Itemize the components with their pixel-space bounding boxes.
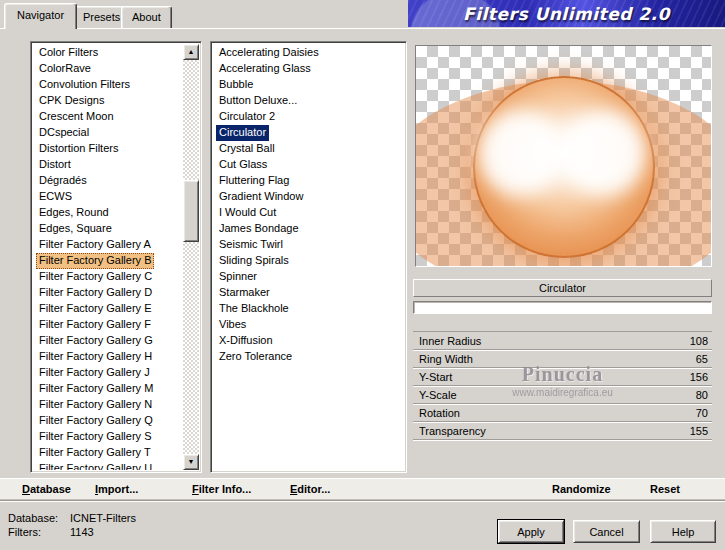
filter-item[interactable]: I Would Cut: [213, 204, 404, 220]
randomize-button[interactable]: Randomize: [552, 479, 611, 500]
import-button[interactable]: Import...: [95, 479, 138, 500]
filters-count-label: Filters:: [8, 526, 41, 538]
category-item[interactable]: CPK Designs: [33, 92, 183, 108]
parameter-slider[interactable]: Y-Scale 80: [413, 386, 712, 404]
reset-button[interactable]: Reset: [650, 479, 680, 500]
editor-button[interactable]: Editor...: [290, 479, 330, 500]
scrollbar-thumb[interactable]: [183, 180, 199, 242]
parameter-value: 155: [690, 425, 708, 437]
filter-item[interactable]: The Blackhole: [213, 300, 404, 316]
parameter-slider[interactable]: Ring Width 65: [413, 350, 712, 368]
scroll-down-icon[interactable]: ▼: [183, 454, 199, 470]
filter-item[interactable]: James Bondage: [213, 220, 404, 236]
parameter-slider[interactable]: Rotation 70: [413, 404, 712, 422]
category-item[interactable]: Filter Factory Gallery D: [33, 284, 183, 300]
category-item[interactable]: Filter Factory Gallery Q: [33, 412, 183, 428]
category-item[interactable]: Edges, Square: [33, 220, 183, 236]
category-item[interactable]: ColorRave: [33, 60, 183, 76]
scrollbar-track[interactable]: [183, 60, 199, 454]
filters-unlimited-window: Navigator Presets About Filters Unlimite…: [0, 0, 725, 550]
category-item[interactable]: Crescent Moon: [33, 108, 183, 124]
filter-item[interactable]: Seismic Twirl: [213, 236, 404, 252]
help-button[interactable]: Help: [650, 520, 716, 543]
tab-strip: Navigator Presets About Filters Unlimite…: [0, 0, 725, 28]
category-item[interactable]: Filter Factory Gallery A: [33, 236, 183, 252]
filter-item[interactable]: Accelerating Glass: [213, 60, 404, 76]
category-item[interactable]: Filter Factory Gallery G: [33, 332, 183, 348]
category-item[interactable]: DCspecial: [33, 124, 183, 140]
filter-item[interactable]: Circulator: [213, 124, 404, 140]
category-item[interactable]: Convolution Filters: [33, 76, 183, 92]
category-item-label: Dégradés: [36, 173, 90, 189]
filter-item[interactable]: Crystal Ball: [213, 140, 404, 156]
category-item[interactable]: Color Filters: [33, 44, 183, 60]
filter-item-label: Vibes: [216, 317, 249, 333]
category-item[interactable]: Filter Factory Gallery N: [33, 396, 183, 412]
category-item[interactable]: Filter Factory Gallery T: [33, 444, 183, 460]
category-item[interactable]: Filter Factory Gallery F: [33, 316, 183, 332]
category-item[interactable]: Dégradés: [33, 172, 183, 188]
filter-item-label: Bubble: [216, 77, 256, 93]
category-item[interactable]: Distort: [33, 156, 183, 172]
category-item[interactable]: Filter Factory Gallery M: [33, 380, 183, 396]
filter-item[interactable]: Starmaker: [213, 284, 404, 300]
apply-button[interactable]: Apply: [498, 520, 564, 543]
category-item[interactable]: Filter Factory Gallery C: [33, 268, 183, 284]
filter-item[interactable]: Accelerating Daisies: [213, 44, 404, 60]
category-item[interactable]: Filter Factory Gallery B: [33, 252, 183, 268]
category-item[interactable]: Distortion Filters: [33, 140, 183, 156]
filter-item[interactable]: Fluttering Flag: [213, 172, 404, 188]
category-item-label: Filter Factory Gallery G: [36, 333, 156, 349]
parameter-slider[interactable]: Inner Radius 108: [413, 332, 712, 350]
category-list: Color Filters ColorRave Convolution Filt…: [33, 44, 183, 470]
filter-item[interactable]: Gradient Window: [213, 188, 404, 204]
filter-item-label: X-Diffusion: [216, 333, 276, 349]
category-item-label: Filter Factory Gallery M: [36, 381, 156, 397]
category-item-label: Filter Factory Gallery J: [36, 365, 153, 381]
parameter-label: Y-Start: [419, 371, 452, 383]
category-item[interactable]: Edges, Round: [33, 204, 183, 220]
filter-item[interactable]: X-Diffusion: [213, 332, 404, 348]
parameter-value: 70: [696, 407, 708, 419]
category-item-label: Filter Factory Gallery S: [36, 429, 154, 445]
category-item-label: Filter Factory Gallery E: [36, 301, 154, 317]
scroll-up-icon[interactable]: ▲: [183, 44, 199, 60]
filter-item[interactable]: Vibes: [213, 316, 404, 332]
tab-navigator[interactable]: Navigator: [4, 3, 77, 29]
tab-about[interactable]: About: [121, 6, 172, 28]
database-status-label: Database:: [8, 512, 58, 524]
parameter-value: 65: [696, 353, 708, 365]
category-item-label: Filter Factory Gallery F: [36, 317, 154, 333]
parameter-slider[interactable]: Transparency 155: [413, 422, 712, 440]
filter-info-button[interactable]: Filter Info...: [192, 479, 251, 500]
category-item[interactable]: Filter Factory Gallery H: [33, 348, 183, 364]
filter-item-label: Starmaker: [216, 285, 273, 301]
filter-item[interactable]: Cut Glass: [213, 156, 404, 172]
category-item[interactable]: ECWS: [33, 188, 183, 204]
parameter-label: Transparency: [419, 425, 486, 437]
category-item[interactable]: Filter Factory Gallery J: [33, 364, 183, 380]
filter-item[interactable]: Button Deluxe...: [213, 92, 404, 108]
navigator-page: Color Filters ColorRave Convolution Filt…: [0, 28, 725, 478]
filter-item-label: Circulator: [216, 125, 269, 141]
parameter-slider[interactable]: Y-Start 156: [413, 368, 712, 386]
filter-item-label: Spinner: [216, 269, 260, 285]
filter-item-label: The Blackhole: [216, 301, 292, 317]
database-button[interactable]: Database: [22, 479, 71, 500]
filter-item[interactable]: Zero Tolerance: [213, 348, 404, 364]
category-item[interactable]: Filter Factory Gallery E: [33, 300, 183, 316]
preview-glow: [560, 110, 646, 196]
category-item-label: Filter Factory Gallery N: [36, 397, 155, 413]
category-item[interactable]: Filter Factory Gallery U: [33, 460, 183, 470]
filter-item[interactable]: Bubble: [213, 76, 404, 92]
cancel-button[interactable]: Cancel: [573, 520, 640, 543]
filter-item[interactable]: Spinner: [213, 268, 404, 284]
parameter-value: 80: [696, 389, 708, 401]
filter-item-label: Seismic Twirl: [216, 237, 286, 253]
filter-item[interactable]: Circulator 2: [213, 108, 404, 124]
category-item-label: Filter Factory Gallery H: [36, 349, 155, 365]
category-item-label: Distortion Filters: [36, 141, 121, 157]
category-scrollbar[interactable]: ▲ ▼: [183, 44, 199, 470]
filter-item[interactable]: Sliding Spirals: [213, 252, 404, 268]
category-item[interactable]: Filter Factory Gallery S: [33, 428, 183, 444]
